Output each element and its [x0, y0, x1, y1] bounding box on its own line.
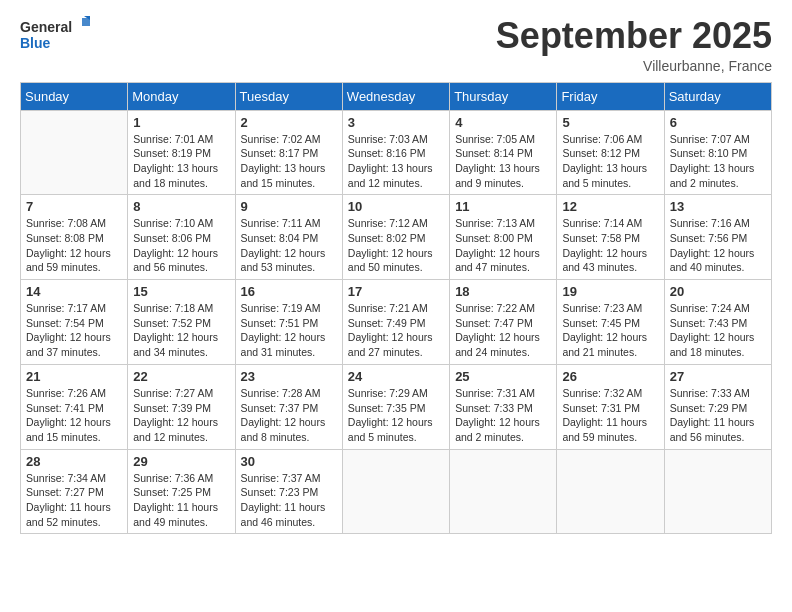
day-number: 7 [26, 199, 122, 214]
day-number: 14 [26, 284, 122, 299]
table-row: 1Sunrise: 7:01 AMSunset: 8:19 PMDaylight… [128, 110, 235, 195]
table-row: 16Sunrise: 7:19 AMSunset: 7:51 PMDayligh… [235, 280, 342, 365]
day-number: 22 [133, 369, 229, 384]
table-row: 14Sunrise: 7:17 AMSunset: 7:54 PMDayligh… [21, 280, 128, 365]
cell-info: Sunrise: 7:32 AMSunset: 7:31 PMDaylight:… [562, 386, 658, 445]
table-row: 4Sunrise: 7:05 AMSunset: 8:14 PMDaylight… [450, 110, 557, 195]
cell-info: Sunrise: 7:31 AMSunset: 7:33 PMDaylight:… [455, 386, 551, 445]
header: General Blue September 2025 Villeurbanne… [20, 16, 772, 74]
table-row: 21Sunrise: 7:26 AMSunset: 7:41 PMDayligh… [21, 364, 128, 449]
svg-text:Blue: Blue [20, 35, 51, 51]
cell-info: Sunrise: 7:28 AMSunset: 7:37 PMDaylight:… [241, 386, 337, 445]
day-number: 17 [348, 284, 444, 299]
table-row: 18Sunrise: 7:22 AMSunset: 7:47 PMDayligh… [450, 280, 557, 365]
logo: General Blue [20, 16, 90, 54]
cell-info: Sunrise: 7:36 AMSunset: 7:25 PMDaylight:… [133, 471, 229, 530]
day-number: 24 [348, 369, 444, 384]
table-row: 29Sunrise: 7:36 AMSunset: 7:25 PMDayligh… [128, 449, 235, 534]
title-area: September 2025 Villeurbanne, France [496, 16, 772, 74]
cell-info: Sunrise: 7:34 AMSunset: 7:27 PMDaylight:… [26, 471, 122, 530]
day-number: 2 [241, 115, 337, 130]
table-row: 2Sunrise: 7:02 AMSunset: 8:17 PMDaylight… [235, 110, 342, 195]
col-friday: Friday [557, 82, 664, 110]
day-number: 8 [133, 199, 229, 214]
day-number: 5 [562, 115, 658, 130]
table-row: 30Sunrise: 7:37 AMSunset: 7:23 PMDayligh… [235, 449, 342, 534]
location: Villeurbanne, France [496, 58, 772, 74]
header-row: Sunday Monday Tuesday Wednesday Thursday… [21, 82, 772, 110]
day-number: 18 [455, 284, 551, 299]
cell-info: Sunrise: 7:33 AMSunset: 7:29 PMDaylight:… [670, 386, 766, 445]
cell-info: Sunrise: 7:37 AMSunset: 7:23 PMDaylight:… [241, 471, 337, 530]
cell-info: Sunrise: 7:11 AMSunset: 8:04 PMDaylight:… [241, 216, 337, 275]
logo-svg: General Blue [20, 16, 90, 54]
cell-info: Sunrise: 7:27 AMSunset: 7:39 PMDaylight:… [133, 386, 229, 445]
cell-info: Sunrise: 7:06 AMSunset: 8:12 PMDaylight:… [562, 132, 658, 191]
table-row [342, 449, 449, 534]
table-row [664, 449, 771, 534]
col-saturday: Saturday [664, 82, 771, 110]
col-thursday: Thursday [450, 82, 557, 110]
cell-info: Sunrise: 7:26 AMSunset: 7:41 PMDaylight:… [26, 386, 122, 445]
table-row: 7Sunrise: 7:08 AMSunset: 8:08 PMDaylight… [21, 195, 128, 280]
table-row: 9Sunrise: 7:11 AMSunset: 8:04 PMDaylight… [235, 195, 342, 280]
cell-info: Sunrise: 7:12 AMSunset: 8:02 PMDaylight:… [348, 216, 444, 275]
table-row: 11Sunrise: 7:13 AMSunset: 8:00 PMDayligh… [450, 195, 557, 280]
day-number: 29 [133, 454, 229, 469]
cell-info: Sunrise: 7:14 AMSunset: 7:58 PMDaylight:… [562, 216, 658, 275]
day-number: 1 [133, 115, 229, 130]
month-title: September 2025 [496, 16, 772, 56]
day-number: 16 [241, 284, 337, 299]
cell-info: Sunrise: 7:07 AMSunset: 8:10 PMDaylight:… [670, 132, 766, 191]
cell-info: Sunrise: 7:17 AMSunset: 7:54 PMDaylight:… [26, 301, 122, 360]
table-row: 3Sunrise: 7:03 AMSunset: 8:16 PMDaylight… [342, 110, 449, 195]
table-row: 27Sunrise: 7:33 AMSunset: 7:29 PMDayligh… [664, 364, 771, 449]
table-row [557, 449, 664, 534]
cell-info: Sunrise: 7:10 AMSunset: 8:06 PMDaylight:… [133, 216, 229, 275]
col-wednesday: Wednesday [342, 82, 449, 110]
day-number: 13 [670, 199, 766, 214]
calendar-page: General Blue September 2025 Villeurbanne… [0, 0, 792, 612]
cell-info: Sunrise: 7:21 AMSunset: 7:49 PMDaylight:… [348, 301, 444, 360]
day-number: 25 [455, 369, 551, 384]
cell-info: Sunrise: 7:23 AMSunset: 7:45 PMDaylight:… [562, 301, 658, 360]
table-row: 15Sunrise: 7:18 AMSunset: 7:52 PMDayligh… [128, 280, 235, 365]
table-row: 10Sunrise: 7:12 AMSunset: 8:02 PMDayligh… [342, 195, 449, 280]
day-number: 10 [348, 199, 444, 214]
table-row: 12Sunrise: 7:14 AMSunset: 7:58 PMDayligh… [557, 195, 664, 280]
table-row: 19Sunrise: 7:23 AMSunset: 7:45 PMDayligh… [557, 280, 664, 365]
table-row: 20Sunrise: 7:24 AMSunset: 7:43 PMDayligh… [664, 280, 771, 365]
cell-info: Sunrise: 7:18 AMSunset: 7:52 PMDaylight:… [133, 301, 229, 360]
cell-info: Sunrise: 7:03 AMSunset: 8:16 PMDaylight:… [348, 132, 444, 191]
cell-info: Sunrise: 7:02 AMSunset: 8:17 PMDaylight:… [241, 132, 337, 191]
svg-text:General: General [20, 19, 72, 35]
table-row: 22Sunrise: 7:27 AMSunset: 7:39 PMDayligh… [128, 364, 235, 449]
table-row: 26Sunrise: 7:32 AMSunset: 7:31 PMDayligh… [557, 364, 664, 449]
day-number: 9 [241, 199, 337, 214]
table-row: 17Sunrise: 7:21 AMSunset: 7:49 PMDayligh… [342, 280, 449, 365]
day-number: 15 [133, 284, 229, 299]
col-monday: Monday [128, 82, 235, 110]
table-row: 23Sunrise: 7:28 AMSunset: 7:37 PMDayligh… [235, 364, 342, 449]
cell-info: Sunrise: 7:29 AMSunset: 7:35 PMDaylight:… [348, 386, 444, 445]
cell-info: Sunrise: 7:05 AMSunset: 8:14 PMDaylight:… [455, 132, 551, 191]
cell-info: Sunrise: 7:13 AMSunset: 8:00 PMDaylight:… [455, 216, 551, 275]
cell-info: Sunrise: 7:24 AMSunset: 7:43 PMDaylight:… [670, 301, 766, 360]
day-number: 4 [455, 115, 551, 130]
day-number: 19 [562, 284, 658, 299]
table-row: 28Sunrise: 7:34 AMSunset: 7:27 PMDayligh… [21, 449, 128, 534]
table-row: 5Sunrise: 7:06 AMSunset: 8:12 PMDaylight… [557, 110, 664, 195]
table-row: 6Sunrise: 7:07 AMSunset: 8:10 PMDaylight… [664, 110, 771, 195]
table-row: 13Sunrise: 7:16 AMSunset: 7:56 PMDayligh… [664, 195, 771, 280]
col-tuesday: Tuesday [235, 82, 342, 110]
table-row [450, 449, 557, 534]
day-number: 28 [26, 454, 122, 469]
day-number: 21 [26, 369, 122, 384]
table-row: 25Sunrise: 7:31 AMSunset: 7:33 PMDayligh… [450, 364, 557, 449]
day-number: 3 [348, 115, 444, 130]
day-number: 11 [455, 199, 551, 214]
table-row: 24Sunrise: 7:29 AMSunset: 7:35 PMDayligh… [342, 364, 449, 449]
day-number: 23 [241, 369, 337, 384]
cell-info: Sunrise: 7:08 AMSunset: 8:08 PMDaylight:… [26, 216, 122, 275]
day-number: 26 [562, 369, 658, 384]
